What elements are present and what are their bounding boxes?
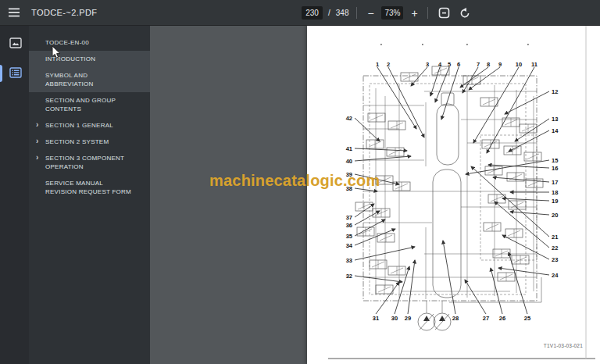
callout-number: 2 <box>387 61 390 68</box>
leader-line <box>495 202 549 248</box>
toolbar: TODCE-~2.PDF 230 / 348 − 73% + <box>0 0 600 26</box>
outline-item-section-and-group-contents[interactable]: SECTION AND GROUP CONTENTS <box>29 92 150 117</box>
zoom-in-button[interactable]: + <box>409 8 420 19</box>
callout-number: 30 <box>391 315 398 322</box>
chevron-right-icon[interactable]: › <box>36 120 39 129</box>
callout-number: 31 <box>373 315 379 322</box>
callout-number: 11 <box>531 61 538 68</box>
sidebar: TODCE-EN-00 INTRODUCTION SYMBOL AND ABBR… <box>0 26 150 364</box>
figure-code: T1V1-03-03-021 <box>544 343 583 348</box>
outline-item-label: SERVICE MANUAL REVISION REQUEST FORM <box>45 179 133 196</box>
leader-line <box>471 166 549 237</box>
outline-item-section-3-component-operation[interactable]: › SECTION 3 COMPONENT OPERATION <box>29 150 150 175</box>
document-title: TODCE-~2.PDF <box>31 8 97 17</box>
pdf-viewer-app: TODCE-~2.PDF 230 / 348 − 73% + <box>0 0 600 364</box>
callout-number: 37 <box>346 214 352 221</box>
callout-number: 7 <box>477 61 480 68</box>
document-viewer[interactable]: 1234567891011121314151617181920212223244… <box>150 26 600 364</box>
leader-line <box>491 268 502 314</box>
callout-number: 1 <box>376 61 379 68</box>
chevron-right-icon[interactable]: › <box>36 153 39 162</box>
outline-item-section-2-system[interactable]: › SECTION 2 SYSTEM <box>29 134 150 150</box>
sidebar-rail <box>0 26 29 364</box>
leader-line <box>510 212 549 215</box>
leader-line <box>509 130 549 152</box>
outline-item-section-1-general[interactable]: › SECTION 1 GENERAL <box>29 117 150 134</box>
leader-line <box>509 252 527 314</box>
outline-item-label: SECTION 3 COMPONENT OPERATION <box>45 154 133 171</box>
callout-number: 5 <box>448 61 451 68</box>
callout-number: 40 <box>346 158 352 165</box>
zoom-level-input[interactable]: 73% <box>381 6 403 20</box>
callout-number: 13 <box>552 116 558 123</box>
callout-number: 15 <box>552 157 558 164</box>
leader-line <box>435 67 449 102</box>
toolbar-divider <box>356 7 357 19</box>
leader-line <box>487 67 534 153</box>
callout-number: 29 <box>405 315 411 322</box>
outline-item-symbol-and-abbreviation[interactable]: SYMBOL AND ABBREVIATION <box>29 67 150 92</box>
outline-item-label: INTRODUCTION <box>45 55 133 63</box>
callout-numbers: 1234567891011121314151617181920212223244… <box>346 61 559 322</box>
callout-number: 28 <box>452 315 459 322</box>
outline-item-label: SYMBOL AND ABBREVIATION <box>45 71 133 88</box>
toolbar-controls: 230 / 348 − 73% + <box>302 0 473 26</box>
page-separator: / <box>328 9 330 17</box>
callout-number: 32 <box>346 273 352 280</box>
outline-panel: TODCE-EN-00 INTRODUCTION SYMBOL AND ABBR… <box>29 26 150 364</box>
callout-number: 24 <box>552 272 559 279</box>
callout-number: 9 <box>498 61 502 68</box>
outline-item-todce-en-00[interactable]: TODCE-EN-00 <box>29 34 150 51</box>
leader-line <box>469 67 500 90</box>
callout-number: 36 <box>346 222 352 229</box>
callout-number: 26 <box>499 315 505 322</box>
callout-number: 21 <box>552 234 558 241</box>
callout-number: 33 <box>346 257 352 264</box>
leader-line <box>355 188 377 191</box>
document-outline-icon <box>9 67 22 78</box>
callout-number: 6 <box>457 61 460 68</box>
menu-button[interactable] <box>0 0 28 26</box>
fit-page-icon <box>438 7 450 19</box>
outline-item-label: SECTION AND GROUP CONTENTS <box>45 96 133 113</box>
outline-item-introduction[interactable]: INTRODUCTION <box>29 51 150 67</box>
callout-number: 19 <box>552 198 558 205</box>
callout-number: 12 <box>552 88 558 95</box>
callout-number: 42 <box>346 115 352 122</box>
leader-line <box>465 280 486 314</box>
thumbnails-button[interactable] <box>9 37 23 49</box>
fit-page-button[interactable] <box>436 5 452 21</box>
chevron-right-icon[interactable]: › <box>36 137 39 145</box>
leader-line <box>355 247 415 260</box>
page-total: 348 <box>336 9 349 17</box>
callout-number: 10 <box>516 61 522 68</box>
leader-line <box>355 276 402 282</box>
leader-line <box>505 91 549 114</box>
pdf-page: 1234567891011121314151617181920212223244… <box>307 26 600 364</box>
leader-line <box>355 204 374 217</box>
callout-number: 35 <box>346 233 352 240</box>
active-panel-indicator <box>0 65 2 82</box>
hamburger-icon <box>8 7 20 18</box>
thumbnails-icon <box>9 37 22 48</box>
callout-number: 22 <box>552 244 558 252</box>
hydraulic-circuit-diagram: 1234567891011121314151617181920212223244… <box>307 26 600 364</box>
outline-item-service-manual-revision-request-form[interactable]: SERVICE MANUAL REVISION REQUEST FORM <box>29 175 150 200</box>
rotate-counterclockwise-icon <box>459 7 471 20</box>
leader-line <box>411 67 427 86</box>
callout-number: 3 <box>426 61 429 68</box>
zoom-out-button[interactable]: − <box>365 8 376 19</box>
callout-number: 20 <box>552 212 558 219</box>
page-number-input[interactable]: 230 <box>302 6 323 20</box>
callout-number: 38 <box>346 185 352 192</box>
outline-button[interactable] <box>9 66 23 79</box>
callout-number: 27 <box>483 315 489 322</box>
leader-line <box>355 229 395 245</box>
callout-number: 17 <box>552 179 558 186</box>
callout-number: 25 <box>524 315 530 322</box>
outline-item-label: TODCE-EN-00 <box>45 38 133 47</box>
callout-number: 18 <box>552 189 558 196</box>
callout-number: 14 <box>552 127 559 134</box>
rotate-button[interactable] <box>457 5 473 21</box>
callout-number: 8 <box>487 61 490 68</box>
